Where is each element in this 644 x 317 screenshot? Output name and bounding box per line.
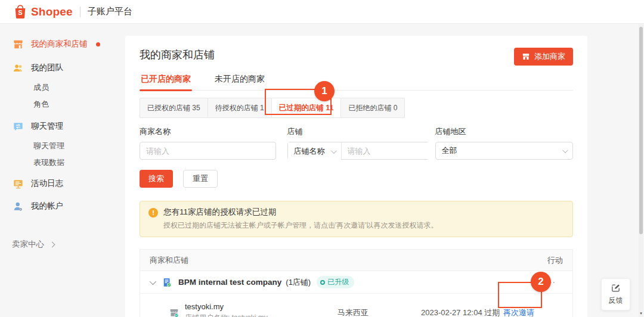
tab-unopened-merchants[interactable]: 未开店的商家 [213, 70, 266, 90]
sidebar-item-label: 我的商家和店铺 [31, 39, 88, 49]
badge-label: 已升级 [327, 277, 349, 287]
chevron-down-icon [331, 148, 337, 154]
sidebar-item-label: 角色 [33, 99, 49, 110]
scroll-down-arrow-icon[interactable]: ▾ [639, 311, 643, 316]
account-icon [12, 200, 24, 212]
svg-text:S: S [18, 9, 22, 16]
sidebar-item-label: 我的团队 [31, 63, 63, 73]
divider [80, 7, 80, 17]
shop-region: 马来西亚 [338, 307, 421, 317]
activity-log-icon [12, 178, 24, 189]
badge-ring-icon [320, 280, 325, 285]
sidebar-item-chat-sub[interactable]: 聊天管理 [0, 139, 125, 153]
seller-center-label: 卖家中心 [12, 239, 44, 250]
upgraded-badge: 已升级 [317, 276, 354, 288]
collapse-chevron-icon[interactable] [150, 278, 156, 284]
sidebar-item-label: 我的帐户 [31, 201, 63, 212]
region-select[interactable]: 全部 [435, 142, 573, 160]
sidebar-item-roles[interactable]: 角色 [0, 97, 125, 111]
add-merchant-label: 添加商家 [534, 51, 565, 62]
scrollbar-thumb[interactable] [639, 27, 643, 234]
tab-authorized-shops[interactable]: 已授权的店铺 35 [140, 98, 208, 118]
shop-username: 店铺用户名称: testyoki.my [185, 313, 268, 317]
chevron-right-icon [49, 241, 55, 247]
alert-description: 授权已过期的店铺无法被主帐户或子帐户管理，请点击'再次邀请'以再次发送授权请求。 [163, 220, 438, 231]
add-merchant-button[interactable]: 添加商家 [514, 48, 573, 66]
column-action: 行动 [547, 255, 563, 266]
expired-warning-alert: ! 您有11家店铺的授权请求已过期 授权已过期的店铺无法被主帐户或子帐户管理，请… [140, 201, 573, 237]
sidebar-item-label: 活动日志 [31, 178, 63, 189]
sidebar-item-activity-log[interactable]: 活动日志 [0, 176, 125, 191]
sidebar-item-label: 聊天管理 [31, 121, 63, 132]
reinvite-link[interactable]: 再次邀请 [503, 308, 534, 317]
annotation-step1-badge: 1 [314, 81, 335, 101]
shopee-logo-icon: S [13, 4, 27, 20]
team-icon [12, 62, 24, 74]
shop-icon [169, 307, 179, 317]
chat-icon [12, 120, 24, 132]
feedback-label: 反馈 [609, 296, 623, 306]
merchant-name-label: 商家名称 [140, 126, 276, 137]
brand-name: Shopee [31, 5, 73, 18]
seller-center-link[interactable]: 卖家中心 [0, 239, 125, 250]
edit-icon [611, 283, 621, 293]
sidebar-item-label: 聊天管理 [33, 141, 64, 151]
sidebar-item-my-account[interactable]: 我的帐户 [0, 198, 125, 214]
platform-title: 子账户平台 [88, 6, 132, 17]
warning-icon: ! [148, 208, 158, 217]
column-merchant-shop: 商家和店铺 [150, 255, 188, 266]
region-value: 全部 [442, 145, 457, 156]
region-label: 店铺地区 [435, 126, 573, 137]
search-button[interactable]: 搜索 [140, 170, 173, 188]
scrollbar-track[interactable] [639, 24, 643, 317]
chevron-down-icon [562, 147, 568, 153]
tab-rejected-shops[interactable]: 已拒绝的店铺 0 [340, 98, 405, 118]
store-icon [12, 38, 24, 50]
alert-title: 您有11家店铺的授权请求已过期 [163, 207, 438, 217]
shop-field-value: 店铺名称 [294, 146, 325, 157]
reset-button[interactable]: 重置 [183, 170, 218, 188]
merchant-name-input[interactable] [140, 142, 276, 160]
shop-status-tabs: 已授权的店铺 35 待授权的店铺 1 已过期的店铺 11 已拒绝的店铺 0 [140, 98, 573, 118]
feedback-button[interactable]: 反馈 [601, 278, 630, 310]
shop-field-select[interactable]: 店铺名称 [288, 142, 342, 160]
merchant-tabs: 已开店的商家 未开店的商家 [140, 70, 573, 91]
shop-count: (1店铺) [286, 277, 311, 288]
merchant-name: BPM internal test company [178, 278, 281, 287]
app-header: S Shopee 子账户平台 [0, 0, 644, 24]
sidebar-item-members[interactable]: 成员 [0, 80, 125, 95]
shop-name: testyoki.my [185, 302, 268, 311]
main-panel: 我的商家和店铺 添加商家 已开店的商家 未开店的商家 已授权的店铺 35 待授权… [125, 36, 587, 317]
page-title: 我的商家和店铺 [140, 48, 215, 62]
sidebar-item-performance-data[interactable]: 表现数据 [0, 156, 125, 170]
sidebar-item-my-merchants[interactable]: 我的商家和店铺 [0, 36, 125, 52]
sidebar: 我的商家和店铺 我的团队 成员 角色 聊天管理 聊天管理 表现数据 活动日志 我… [0, 24, 125, 317]
notification-dot [96, 42, 100, 46]
sidebar-item-my-team[interactable]: 我的团队 [0, 60, 125, 76]
sidebar-item-label: 成员 [33, 82, 49, 93]
sidebar-item-chat-management[interactable]: 聊天管理 [0, 119, 125, 134]
tab-opened-merchants[interactable]: 已开店的商家 [140, 70, 192, 90]
store-add-icon [522, 52, 530, 61]
expired-time: 2023-02-27 12:04 过期 [421, 307, 503, 317]
annotation-step2-badge: 2 [531, 272, 551, 292]
tab-pending-shops[interactable]: 待授权的店铺 1 [208, 98, 272, 118]
sidebar-item-label: 表现数据 [33, 157, 64, 168]
filter-bar: 商家名称 店铺 店铺名称 店铺地区 全部 [140, 126, 573, 160]
company-icon [162, 277, 172, 288]
shop-label: 店铺 [287, 126, 429, 137]
